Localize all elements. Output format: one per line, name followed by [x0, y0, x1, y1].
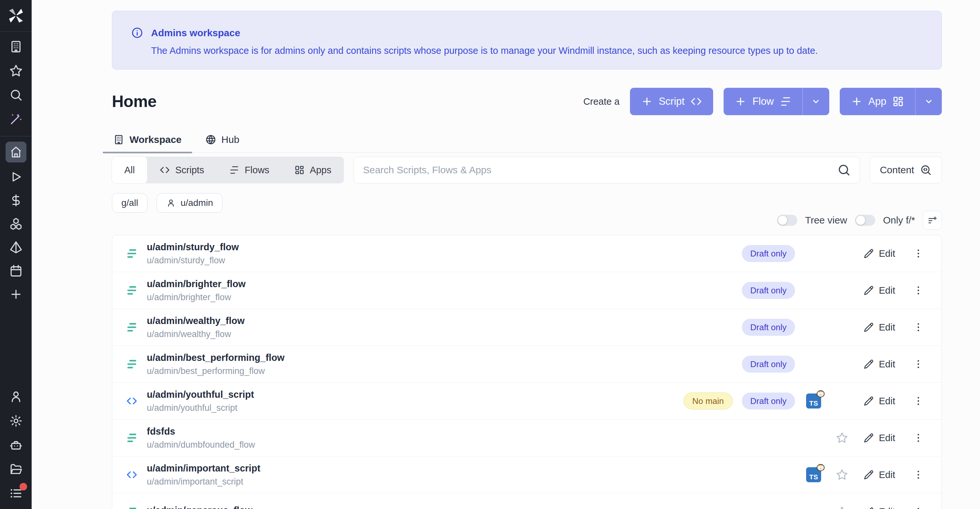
create-script-button[interactable]: Script [630, 88, 713, 115]
create-flow-dropdown[interactable] [803, 88, 829, 115]
filter-scripts[interactable]: Scripts [147, 157, 216, 183]
sidebar-item-workers[interactable] [6, 436, 26, 454]
create-script-main[interactable]: Script [630, 88, 713, 115]
windmill-logo[interactable] [0, 0, 32, 32]
typescript-bun-icon: TS [806, 393, 821, 409]
filter-plus-icon [927, 215, 938, 226]
list-item-row[interactable]: fdsfdsu/admin/dumbfounded_flowEdit [112, 420, 942, 457]
edit-button[interactable]: Edit [864, 506, 895, 509]
toggle-tree-view[interactable] [777, 215, 797, 226]
sidebar-item-variables[interactable] [6, 191, 26, 210]
kebab-icon [913, 359, 924, 370]
filter-all[interactable]: All [112, 157, 147, 183]
filter-apps[interactable]: Apps [282, 157, 344, 183]
more-actions-button[interactable] [912, 359, 924, 370]
list-item-row[interactable]: u/admin/youthful_scriptu/admin/youthful_… [112, 383, 942, 420]
create-a-label: Create a [583, 96, 619, 107]
edit-button[interactable]: Edit [864, 322, 895, 333]
item-title: u/admin/brighter_flow [147, 278, 246, 289]
tab-label: Hub [221, 134, 239, 145]
edit-label: Edit [879, 506, 895, 509]
edit-button[interactable]: Edit [864, 396, 895, 407]
item-actions: TSEdit [795, 467, 924, 482]
create-app-button[interactable]: App [840, 88, 942, 115]
create-app-dropdown[interactable] [915, 88, 942, 115]
sidebar-item-create[interactable] [6, 285, 26, 304]
more-actions-button[interactable] [912, 285, 924, 296]
person-icon [166, 198, 176, 208]
sidebar-item-favorites[interactable] [6, 62, 26, 80]
folder-icon [9, 462, 23, 476]
sidebar-item-home[interactable] [6, 142, 26, 162]
tab-workspace[interactable]: Workspace [112, 132, 183, 153]
kebab-icon [913, 506, 924, 509]
list-item-row[interactable]: u/admin/sturdy_flowu/admin/sturdy_flowDr… [112, 235, 942, 272]
list-item-row[interactable]: u/admin/best_performing_flowu/admin/best… [112, 346, 942, 383]
more-actions-button[interactable] [912, 396, 924, 407]
sidebar-item-logs[interactable] [6, 484, 26, 503]
item-badges: Draft only [742, 356, 795, 372]
sidebar-item-workspaces[interactable] [6, 38, 26, 56]
more-actions-button[interactable] [912, 432, 924, 444]
filter-flows[interactable]: Flows [216, 157, 282, 183]
item-path: u/admin/youthful_script [147, 403, 254, 413]
globe-icon [205, 134, 216, 145]
sidebar-item-resources[interactable] [6, 215, 26, 233]
kebab-icon [913, 322, 924, 333]
items-list: u/admin/sturdy_flowu/admin/sturdy_flowDr… [112, 235, 942, 509]
sidebar-item-account[interactable] [6, 388, 26, 406]
tag-g-all[interactable]: g/all [112, 193, 148, 213]
star-icon[interactable] [836, 469, 848, 481]
sidebar-item-runs[interactable] [6, 168, 26, 186]
list-item-row[interactable]: u/admin/generous_flowEdit [112, 493, 942, 509]
content-search-button[interactable]: Content [870, 157, 942, 183]
more-actions-button[interactable] [912, 248, 924, 259]
edit-label: Edit [879, 359, 895, 370]
item-text: u/admin/sturdy_flowu/admin/sturdy_flow [147, 242, 239, 266]
edit-label: Edit [879, 248, 895, 259]
create-flow-main[interactable]: Flow [724, 88, 802, 115]
sidebar-item-search[interactable] [6, 86, 26, 104]
edit-button[interactable]: Edit [864, 285, 895, 296]
star-icon[interactable] [836, 506, 848, 509]
edit-label: Edit [879, 469, 895, 480]
pencil-icon [864, 396, 874, 406]
extra-filters-button[interactable] [923, 211, 942, 230]
sidebar-item-triggers[interactable] [6, 238, 26, 256]
item-path: u/admin/best_performing_flow [147, 366, 285, 376]
create-button-group: Create a ScriptFlowApp [583, 88, 942, 115]
list-item-row[interactable]: u/admin/important_scriptu/admin/importan… [112, 457, 942, 493]
sidebar-item-ai[interactable] [6, 110, 26, 128]
draft-only-badge: Draft only [742, 319, 795, 336]
view-options-row: Tree viewOnly f/* [112, 211, 942, 230]
more-actions-button[interactable] [912, 469, 924, 480]
sidebar-item-folders[interactable] [6, 460, 26, 478]
more-actions-button[interactable] [912, 506, 924, 509]
edit-button[interactable]: Edit [864, 433, 895, 444]
language-cell: TS [804, 393, 823, 409]
item-badges: No mainDraft only [684, 393, 795, 409]
tab-label: Workspace [129, 134, 182, 145]
toggle-only-f-[interactable] [855, 215, 875, 226]
sidebar-item-settings[interactable] [6, 412, 26, 430]
list-item-row[interactable]: u/admin/brighter_flowu/admin/brighter_fl… [112, 272, 942, 309]
star-icon[interactable] [836, 432, 848, 444]
item-actions: Draft onlyEdit [742, 282, 924, 299]
tab-hub[interactable]: Hub [204, 132, 241, 153]
more-actions-button[interactable] [912, 322, 924, 333]
edit-button[interactable]: Edit [864, 248, 895, 259]
typescript-bun-icon: TS [806, 467, 821, 482]
tag-u-admin[interactable]: u/admin [157, 193, 223, 213]
edit-button[interactable]: Edit [864, 359, 895, 370]
create-app-main[interactable]: App [840, 88, 915, 115]
search-input[interactable] [363, 164, 831, 175]
edit-button[interactable]: Edit [864, 469, 895, 480]
sidebar-item-schedules[interactable] [6, 262, 26, 280]
create-flow-button[interactable]: Flow [724, 88, 829, 115]
play-icon [9, 170, 23, 184]
list-item-row[interactable]: u/admin/wealthy_flowu/admin/wealthy_flow… [112, 309, 942, 346]
code-icon [125, 396, 147, 407]
kebab-icon [913, 396, 924, 407]
item-actions: Draft onlyEdit [742, 319, 924, 336]
owner-tags: g/allu/admin [112, 193, 942, 213]
